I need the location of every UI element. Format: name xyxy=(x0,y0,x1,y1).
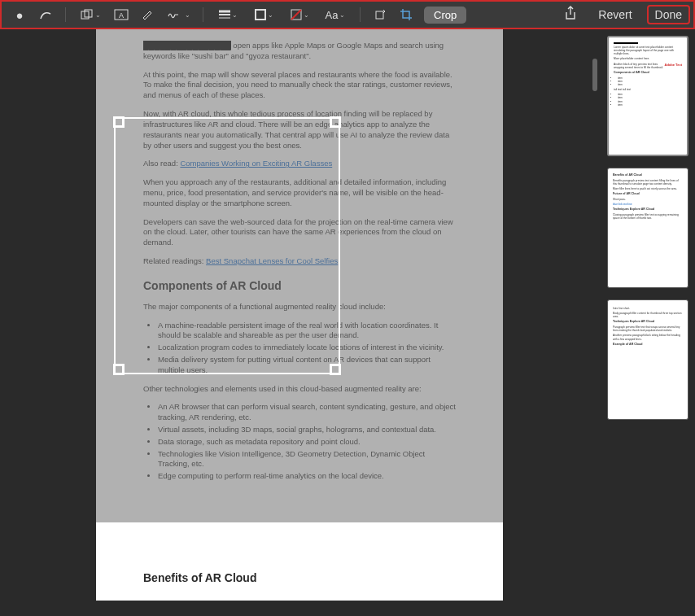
list-item: Technologies like Vision Intelligence, 3… xyxy=(158,449,456,470)
document-page-1: ████████████████ open apps like Apple Ma… xyxy=(96,29,503,522)
adobe-text-label: Adobe Text xyxy=(665,63,682,67)
line-style-tool[interactable]: ⌄ xyxy=(212,4,244,25)
list-components: A machine-readable persistent image of t… xyxy=(158,321,456,376)
border-color-tool[interactable]: ⌄ xyxy=(247,4,280,25)
link-ar-glasses[interactable]: Companies Working on Exciting AR Glasses xyxy=(180,159,332,168)
list-item: Localization program codes to immediatel… xyxy=(158,343,456,353)
list-item: Virtual assets, including 3D maps, socia… xyxy=(158,425,456,435)
done-button[interactable]: Done xyxy=(647,5,690,24)
svg-line-9 xyxy=(291,10,301,20)
sign-tool[interactable]: ⌄ xyxy=(162,4,195,25)
body-text: Now, with AR cloud, this whole tedious p… xyxy=(143,109,456,151)
share-button[interactable] xyxy=(557,2,584,27)
right-actions: Revert Done xyxy=(553,0,695,29)
document-page-2: Benefits of AR Cloud xyxy=(96,522,503,601)
thumbnail-panel: Lorem ipsum dolor sit amet text placehol… xyxy=(599,29,695,616)
heading-benefits: Benefits of AR Cloud xyxy=(143,571,456,584)
redacted-text: ████████████████ xyxy=(143,41,231,50)
list-item: An AR browser that can perform visual se… xyxy=(158,402,456,423)
thumb-heading: Benefits of AR Cloud xyxy=(613,173,683,177)
body-text: At this point, the map will show several… xyxy=(143,70,456,101)
thumb-heading: Components of AR Cloud xyxy=(614,71,682,75)
svg-rect-10 xyxy=(376,11,383,19)
rotate-tool[interactable] xyxy=(369,4,391,25)
thumbnail-page-3[interactable]: Intro line short. Body paragraph filler … xyxy=(607,299,688,420)
highlight-tool[interactable] xyxy=(136,4,159,25)
list-other-tech: An AR browser that can perform visual se… xyxy=(158,402,456,482)
fill-color-tool[interactable]: ⌄ xyxy=(283,4,316,25)
svg-rect-7 xyxy=(256,10,265,20)
shapes-tool[interactable]: ⌄ xyxy=(74,4,107,25)
font-tool[interactable]: Aa ⌄ xyxy=(319,4,352,25)
list-item: Data storage, such as metadata repositor… xyxy=(158,437,456,448)
font-label: Aa xyxy=(326,9,339,21)
crop-button[interactable]: Crop xyxy=(424,7,466,24)
thumb-heading: Techniques Explore AR Cloud xyxy=(613,208,683,212)
list-item: Media delivery system for putting virtua… xyxy=(158,355,456,376)
link-snapchat[interactable]: Best Snapchat Lenses for Cool Selfies xyxy=(206,256,338,265)
body-text: Related readings: xyxy=(143,256,206,265)
point-tool[interactable]: ● xyxy=(8,4,31,25)
heading-components: Components of AR Cloud xyxy=(143,278,456,294)
body-text: Other technologies and elements used in … xyxy=(143,384,456,395)
thumbnail-page-1[interactable]: Lorem ipsum dolor sit amet text placehol… xyxy=(607,36,688,156)
revert-button[interactable]: Revert xyxy=(592,5,638,24)
body-text: When you approach any of the restaurants… xyxy=(143,177,456,208)
body-text: Developers can save the web-sourced data… xyxy=(143,217,456,248)
body-text: The major components of a functional aug… xyxy=(143,302,456,312)
thumb-heading: Example of AR Cloud xyxy=(613,343,683,347)
thumb-heading: Techniques Explore AR Cloud xyxy=(613,320,683,324)
list-item: Edge computing to perform real-time anal… xyxy=(158,471,456,482)
thumbnail-page-2[interactable]: Benefits of AR Cloud Benefits paragraph … xyxy=(607,168,688,288)
scrollbar[interactable] xyxy=(592,59,597,91)
canvas-area[interactable]: ████████████████ open apps like Apple Ma… xyxy=(0,29,599,616)
thumb-heading: Future of AR Cloud xyxy=(613,192,683,196)
draw-tool[interactable] xyxy=(34,4,57,25)
list-item: A machine-readable persistent image of t… xyxy=(158,321,456,342)
text-tool[interactable]: A xyxy=(110,4,133,25)
crop-icon[interactable] xyxy=(395,4,417,25)
svg-text:A: A xyxy=(119,11,124,20)
body-text: Also read: xyxy=(143,159,180,168)
